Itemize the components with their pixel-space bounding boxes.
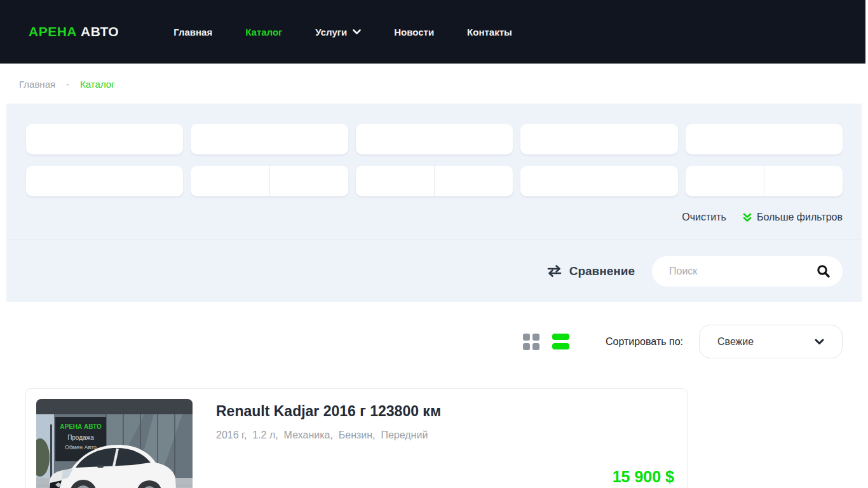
filter-range <box>191 166 348 196</box>
filter-select[interactable] <box>191 124 348 154</box>
sort-label: Сортировать по: <box>606 336 683 348</box>
logo-part-green: АРЕНА <box>29 24 77 39</box>
compare-label: Сравнение <box>569 264 635 278</box>
nav-item-catalog[interactable]: Каталог <box>245 27 282 37</box>
filter-range <box>686 166 843 196</box>
filter-range-to[interactable] <box>435 166 513 196</box>
filter-panel: Очистить Больше фильтров <box>6 104 862 302</box>
main-menu: Главная Каталог Услуги Новости Контакты <box>173 27 512 37</box>
sort-select-value: Свежие <box>717 336 754 348</box>
double-chevron-down-icon <box>743 213 752 222</box>
sort-row: Сортировать по: Свежие <box>25 325 843 358</box>
top-navigation: АРЕНААВТО Главная Каталог Услуги Новости… <box>0 0 868 64</box>
logo-part-white: АВТО <box>81 24 119 39</box>
compare-search-row: Сравнение <box>6 240 862 302</box>
car-card[interactable]: АРЕНА АВТО Продажа Обмен Авто <box>25 388 688 488</box>
chevron-down-icon <box>353 29 361 35</box>
filter-range-from[interactable] <box>686 166 764 196</box>
filter-select[interactable] <box>520 124 677 154</box>
scrollbar[interactable] <box>865 0 868 488</box>
photo-sign-line1: АРЕНА АВТО <box>60 423 102 430</box>
chevron-down-icon <box>815 339 824 345</box>
filter-range-to[interactable] <box>764 166 843 196</box>
grid-view-icon[interactable] <box>523 334 539 350</box>
car-specs: 2016 г, 1.2 л, Механика, Бензин, Передни… <box>216 430 674 441</box>
list-view-icon[interactable] <box>552 334 569 349</box>
search-input[interactable] <box>669 266 811 277</box>
nav-item-contacts[interactable]: Контакты <box>467 27 512 37</box>
nav-item-services-label: Услуги <box>315 27 347 37</box>
nav-item-services[interactable]: Услуги <box>315 27 361 37</box>
compare-button[interactable]: Сравнение <box>546 264 635 278</box>
filter-select[interactable] <box>26 124 183 154</box>
clear-filters-button[interactable]: Очистить <box>682 212 726 223</box>
photo-sign-line2: Продажа <box>67 434 94 441</box>
breadcrumb-current: Каталог <box>80 79 115 90</box>
filter-select[interactable] <box>26 166 183 196</box>
filter-range-from[interactable] <box>191 166 269 196</box>
filter-select[interactable] <box>520 166 677 196</box>
car-info: Renault Kadjar 2016 г 123800 км 2016 г, … <box>193 399 677 488</box>
view-toggle <box>523 334 569 350</box>
nav-item-home[interactable]: Главная <box>173 27 212 37</box>
breadcrumb-home[interactable]: Главная <box>19 79 55 90</box>
search-icon[interactable] <box>817 264 830 278</box>
filter-select[interactable] <box>686 124 843 154</box>
filter-grid: Очистить Больше фильтров <box>6 104 862 240</box>
more-filters-button[interactable]: Больше фильтров <box>743 212 843 223</box>
filter-select[interactable] <box>356 124 513 154</box>
compare-arrows-icon <box>546 265 562 277</box>
car-title[interactable]: Renault Kadjar 2016 г 123800 км <box>216 403 674 420</box>
more-filters-label: Больше фильтров <box>757 212 843 223</box>
breadcrumb: Главная - Каталог <box>0 64 868 104</box>
search-box <box>652 256 843 287</box>
breadcrumb-separator: - <box>66 79 69 90</box>
sort-select[interactable]: Свежие <box>699 325 843 358</box>
car-price: 15 900 $ <box>216 468 674 486</box>
nav-item-news[interactable]: Новости <box>394 27 434 37</box>
filter-range <box>356 166 513 196</box>
photo-sign-line3: Обмен Авто <box>65 444 97 451</box>
filter-range-from[interactable] <box>356 166 435 196</box>
car-photo[interactable]: АРЕНА АВТО Продажа Обмен Авто <box>36 399 193 488</box>
filter-range-to[interactable] <box>270 166 348 196</box>
logo[interactable]: АРЕНААВТО <box>29 24 119 39</box>
